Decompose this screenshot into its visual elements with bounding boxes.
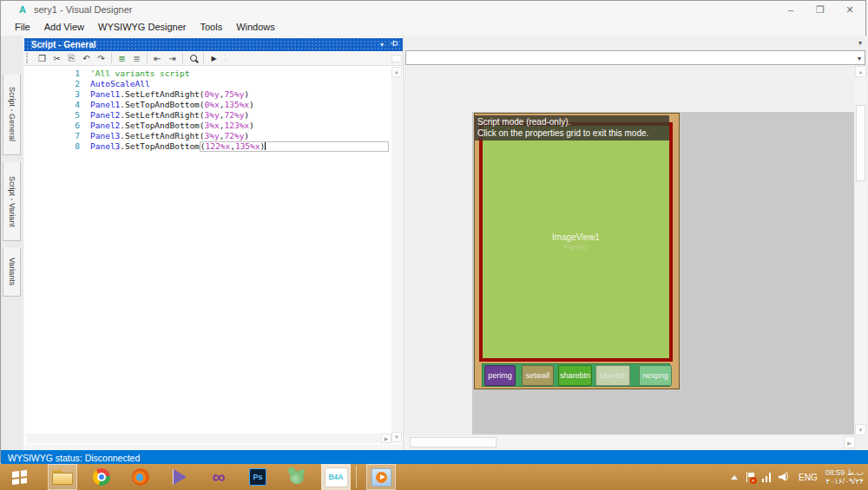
code-line[interactable]: 8Panel3.SetTopAndBottom(122%x,135%x) xyxy=(24,141,403,152)
find-icon[interactable] xyxy=(187,52,200,64)
editor-hscrollbar[interactable]: ▶ xyxy=(26,434,391,443)
line-number: 7 xyxy=(24,131,90,141)
code-token: 122%x xyxy=(206,141,231,151)
start-button[interactable] xyxy=(0,464,38,490)
code-token: .SetTopAndBottom( xyxy=(120,100,204,109)
taskbar-item-photoshop[interactable]: Ps xyxy=(243,464,273,490)
code-line[interactable]: 4Panel1.SetTopAndBottom(0%x,135%x) xyxy=(24,100,403,110)
script-panel-header[interactable]: Script - General ▾ xyxy=(24,38,403,51)
scroll-down-icon[interactable]: ▼ xyxy=(855,424,866,435)
network-icon[interactable] xyxy=(762,473,772,482)
panel-pin-icon[interactable] xyxy=(390,39,398,49)
menu-item-tools[interactable]: Tools xyxy=(193,20,229,34)
variant-combobox[interactable]: ▾ xyxy=(405,50,865,65)
system-tray: ENG 08:59 ب.ظ ۲۰۱۶/۰۹/۲۴ xyxy=(731,464,868,490)
code-token: Panel2 xyxy=(90,121,120,130)
toolbar-grip[interactable] xyxy=(26,53,31,63)
phone-button-perimg[interactable]: perimg xyxy=(484,365,516,386)
imageview-panel[interactable]: ImageView1 Panel1 xyxy=(479,122,673,362)
redo-icon[interactable]: ↷ xyxy=(95,52,108,64)
overlay-line-1: Script mode (read-only). xyxy=(477,116,667,127)
menu-item-wysiwyg-designer[interactable]: WYSIWYG Designer xyxy=(91,20,193,34)
toolbar-separator xyxy=(203,53,204,63)
code-line[interactable]: 7Panel3.SetLeftAndRight(3%y,72%y) xyxy=(24,131,403,141)
side-tab-script-variant[interactable]: Script - Variant xyxy=(3,162,21,241)
scroll-up-icon[interactable]: ▲ xyxy=(855,66,866,77)
side-tab-strip: Script - GeneralScript - VariantVariants xyxy=(1,36,23,450)
taskbar-item-kmplayer[interactable] xyxy=(165,464,194,490)
taskbar-item-navicat[interactable] xyxy=(282,464,312,490)
firefox-icon xyxy=(132,468,149,486)
taskbar-item-chrome[interactable] xyxy=(87,464,116,490)
phone-preview[interactable]: ImageView1 Panel1 perimgsetwallsharebtns… xyxy=(474,113,680,389)
maximize-button[interactable]: ❐ xyxy=(812,4,829,16)
editor-vscrollbar[interactable]: ▲ ▼ xyxy=(391,67,402,442)
code-token: Panel3 xyxy=(90,131,120,140)
comment-icon[interactable]: ≣ xyxy=(115,52,128,64)
chrome-icon xyxy=(93,468,110,486)
cut-icon[interactable]: ✂ xyxy=(50,52,63,64)
b4a-icon: B4A xyxy=(326,468,347,487)
scroll-down-icon[interactable]: ▼ xyxy=(391,432,402,442)
panel-menu-icon[interactable]: ▾ xyxy=(858,39,862,47)
vscroll-thumb[interactable] xyxy=(856,105,865,181)
designer-vscrollbar[interactable]: ▲ ▼ xyxy=(855,66,866,435)
toolbar-separator xyxy=(182,53,183,63)
phone-button-sharebtn[interactable]: sharebtn xyxy=(558,365,592,386)
edit-box[interactable]: (122%x,135%x) xyxy=(200,141,389,152)
magnifier-glyph xyxy=(190,55,197,62)
phone-button-nexpng[interactable]: nexpng xyxy=(639,365,672,386)
script-toolbar: ❐✂⎘↶↷≣≣⇤⇥▶⁚ xyxy=(24,51,403,66)
line-number: 8 xyxy=(24,141,90,152)
minimize-button[interactable]: – xyxy=(782,4,799,15)
status-bar: WYSIWYG status: Disconnected xyxy=(1,450,868,465)
code-editor[interactable]: 1'All variants script2AutoScaleAll3Panel… xyxy=(24,66,403,444)
taskbar-item-visual-studio[interactable]: ∞ xyxy=(204,464,233,490)
undo-icon[interactable]: ↶ xyxy=(80,52,93,64)
combobox-arrow-icon[interactable]: ▾ xyxy=(858,55,861,62)
code-line[interactable]: 5Panel2.SetLeftAndRight(3%y,72%y) xyxy=(24,110,403,121)
paste-icon[interactable]: ⎘ xyxy=(65,52,78,64)
taskbar-item-b4a[interactable]: B4A xyxy=(321,464,351,490)
tray-language[interactable]: ENG xyxy=(799,473,818,482)
code-line[interactable]: 1'All variants script xyxy=(24,69,403,79)
code-text: Panel2.SetTopAndBottom(3%x,123%x) xyxy=(90,121,254,131)
uncomment-icon[interactable]: ≣ xyxy=(130,52,143,64)
code-line[interactable]: 6Panel2.SetTopAndBottom(3%x,123%x) xyxy=(24,121,403,131)
script-mode-overlay: Script mode (read-only). Click on the pr… xyxy=(475,115,669,140)
panel-dropdown-icon[interactable]: ▾ xyxy=(380,41,384,49)
indent-icon[interactable]: ⇥ xyxy=(166,52,179,64)
code-token: ) xyxy=(249,100,254,109)
scroll-right-icon[interactable]: ▶ xyxy=(381,434,391,443)
toolbar-overflow-icon[interactable]: ⁚ xyxy=(224,55,227,62)
taskbar-item-b4a-designer[interactable] xyxy=(366,464,396,490)
tray-hidden-icons-icon[interactable] xyxy=(731,475,738,480)
copy-icon[interactable]: ❐ xyxy=(36,52,49,64)
side-tab-script-general[interactable]: Script - General xyxy=(3,75,21,155)
tray-clock[interactable]: 08:59 ب.ظ ۲۰۱۶/۰۹/۲۴ xyxy=(825,468,864,487)
volume-icon[interactable] xyxy=(779,473,791,482)
action-center-flag-icon[interactable] xyxy=(746,472,754,482)
scroll-up-icon[interactable]: ▲ xyxy=(391,67,402,77)
code-line[interactable]: 2AutoScaleAll xyxy=(24,79,403,89)
editor-splitter-handle[interactable] xyxy=(391,55,402,62)
titlebar: A sery1 - Visual Designer – ❐ ✕ xyxy=(1,1,865,18)
outdent-icon[interactable]: ⇤ xyxy=(151,52,164,64)
code-line[interactable]: 3Panel1.SetLeftAndRight(0%y,75%y) xyxy=(24,89,403,100)
code-token: 3%x xyxy=(205,121,220,130)
phone-button-setwall[interactable]: setwall xyxy=(522,365,554,386)
hscroll-thumb[interactable] xyxy=(410,437,496,448)
taskbar-item-firefox[interactable] xyxy=(126,464,155,490)
scroll-right-icon[interactable]: ▶ xyxy=(844,436,855,448)
phone-button-savebtn[interactable]: savebtn xyxy=(595,365,630,386)
menu-item-add-view[interactable]: Add View xyxy=(37,20,91,34)
taskbar-item-file-explorer[interactable] xyxy=(48,464,77,490)
run-icon[interactable]: ▶ xyxy=(207,52,220,64)
designer-hscrollbar[interactable]: ▶ xyxy=(404,436,855,448)
side-tab-variants[interactable]: Variants xyxy=(3,248,21,297)
line-number: 3 xyxy=(24,89,90,100)
menu-item-windows[interactable]: Windows xyxy=(229,20,282,34)
close-button[interactable]: ✕ xyxy=(841,4,858,16)
code-text: 'All variants script xyxy=(90,69,189,79)
menu-item-file[interactable]: File xyxy=(8,20,37,34)
